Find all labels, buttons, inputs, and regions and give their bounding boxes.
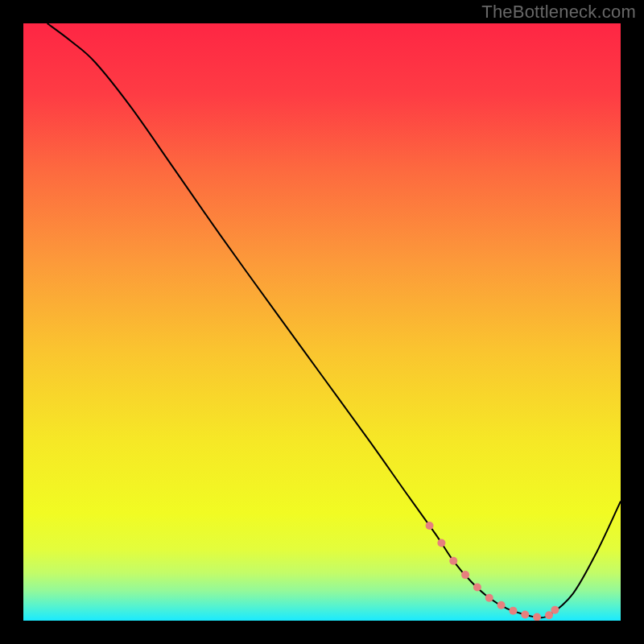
curve-marker <box>473 583 481 591</box>
curve-marker <box>437 539 445 547</box>
curve-marker <box>485 594 493 602</box>
chart-frame: TheBottleneck.com <box>0 0 644 644</box>
curve-marker <box>449 557 457 565</box>
curve-marker <box>551 606 559 614</box>
curve-marker <box>497 601 506 609</box>
curve-marker <box>426 522 434 530</box>
plot-area <box>23 23 621 621</box>
bottleneck-curve-chart <box>23 23 621 621</box>
curve-marker <box>461 571 469 579</box>
curve-marker <box>545 611 553 619</box>
gradient-background <box>23 23 621 621</box>
curve-marker <box>509 607 517 615</box>
curve-marker <box>521 611 529 619</box>
watermark-text: TheBottleneck.com <box>481 2 636 23</box>
